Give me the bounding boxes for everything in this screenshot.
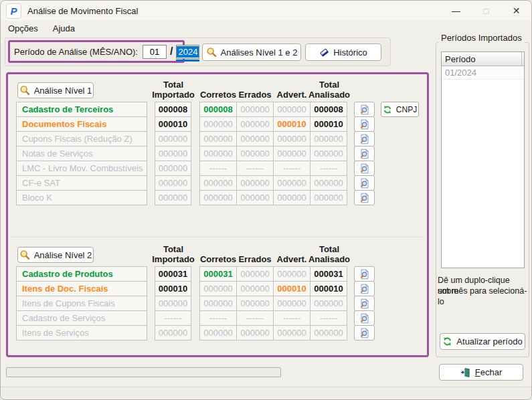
maximize-button: □ [471, 1, 501, 21]
document-magnifier-icon [359, 178, 370, 189]
cell-errados: 000000 [236, 325, 274, 340]
magnifier-icon [206, 47, 217, 58]
table-row: LMC - Livro Mov. Combustíveis 000000 ---… [8, 161, 427, 176]
magnifier-icon [19, 85, 30, 96]
document-magnifier-icon [359, 313, 370, 324]
cell-errados: ------ [236, 161, 274, 176]
cell-errados: 000000 [236, 131, 274, 146]
col-header-errados: Errados [238, 90, 271, 100]
period-highlight-box: Período de Análise (MÊS/ANO): / 2024 [8, 40, 185, 63]
table-row: Bloco K 000000 000000 000000 000000 0000… [8, 190, 427, 205]
row-label: Cadastro de Serviços [16, 310, 147, 326]
cell-corretos: 000000 [199, 296, 237, 311]
hint-text-line2: um mês para selecioná-lo [438, 286, 530, 307]
document-magnifier-icon [359, 104, 370, 115]
document-magnifier-icon [359, 269, 370, 280]
cell-advert: 000000 [273, 266, 311, 282]
row-label: CF-e SAT [16, 175, 147, 191]
period-label: Período de Análise (MÊS/ANO): [14, 47, 138, 57]
level1-header: Análise Nível 1 TotalImportado Corretos … [8, 78, 427, 102]
menu-opcoes[interactable]: Opções [8, 23, 38, 33]
app-window: P Análise de Movimento Fiscal — □ ✕ Opçõ… [0, 0, 532, 400]
window-title: Análise de Movimento Fiscal [27, 6, 138, 16]
cell-corretos: 000031 [199, 266, 237, 282]
cell-total-importado: 000010 [155, 281, 191, 296]
cell-corretos: ------ [199, 310, 237, 326]
refresh-icon [383, 105, 392, 114]
cell-errados: 000000 [236, 266, 274, 282]
analyses-level-1-2-button[interactable]: Análises Nível 1 e 2 [202, 43, 301, 61]
cell-errados: 000000 [236, 116, 274, 132]
period-panel: Período de Análise (MÊS/ANO): / 2024 Aná… [5, 37, 391, 66]
progress-bar [6, 367, 281, 377]
row-detail-button[interactable] [354, 325, 375, 340]
year-input[interactable]: 2024 [176, 45, 199, 59]
row-detail-button[interactable] [354, 190, 375, 205]
col-header-total-analisado: TotalAnalisado [308, 244, 350, 264]
row-label: Cupons Fiscais (Redução Z) [16, 131, 147, 146]
cell-advert: 000010 [273, 281, 311, 296]
row-label: Itens de Doc. Fiscais [16, 281, 147, 296]
exit-door-icon [460, 367, 471, 378]
row-label: Cadastro de Produtos [16, 266, 147, 282]
row-label: Notas de Serviços [16, 146, 147, 161]
row-detail-button[interactable] [354, 131, 375, 146]
cell-advert: ------ [273, 310, 311, 326]
analise-nivel2-button[interactable]: Análise Nível 2 [17, 247, 94, 263]
cell-corretos: 000000 [199, 116, 237, 132]
level1-section: Análise Nível 1 TotalImportado Corretos … [8, 78, 427, 205]
row-detail-button[interactable] [354, 296, 375, 311]
year-selected-text: 2024 [177, 46, 199, 58]
cell-corretos: ------ [199, 161, 237, 176]
cell-total-analisado: 000000 [310, 175, 347, 191]
cell-total-analisado: ------ [310, 310, 347, 326]
col-header-corretos: Corretos [200, 90, 236, 100]
bottom-strip [1, 387, 531, 399]
analise-nivel1-button[interactable]: Análise Nível 1 [17, 82, 94, 98]
cell-errados: 000000 [236, 190, 274, 205]
row-label: Itens de Cupons Fiscais [16, 296, 147, 311]
cell-advert: 000000 [273, 325, 311, 340]
row-detail-button[interactable] [354, 281, 375, 296]
magnifier-icon [19, 249, 30, 260]
book-icon [319, 47, 329, 58]
month-input[interactable] [143, 45, 167, 59]
cell-total-analisado: 000031 [310, 266, 347, 282]
row-detail-button[interactable] [354, 175, 375, 191]
col-header-errados: Errados [238, 254, 271, 264]
cell-advert: 000000 [273, 131, 311, 146]
row-detail-button[interactable] [354, 161, 375, 176]
level2-header: Análise Nível 2 TotalImportado Corretos … [8, 242, 427, 267]
row-detail-button[interactable] [354, 310, 375, 326]
refresh-period-button[interactable]: Atualizar período [440, 333, 525, 350]
row-detail-button[interactable] [354, 116, 375, 132]
row-label: Cadastro de Terceiros [16, 102, 147, 117]
history-button[interactable]: Histórico [305, 43, 381, 61]
table-row: Cadastro de Serviços ------ ------ -----… [8, 310, 427, 326]
close-button[interactable]: Fechar [439, 364, 523, 381]
cell-total-analisado: 000000 [310, 325, 347, 340]
menu-ajuda[interactable]: Ajuda [53, 23, 75, 33]
cell-advert: 000000 [273, 190, 311, 205]
cell-errados: 000000 [236, 281, 274, 296]
row-detail-button[interactable] [354, 266, 375, 282]
close-window-button[interactable]: ✕ [501, 1, 531, 21]
minimize-button[interactable]: — [441, 1, 471, 21]
period-list-item[interactable]: 01/2024 [442, 66, 524, 80]
cell-total-analisado: 000008 [310, 102, 347, 117]
cell-total-importado: 000000 [155, 161, 191, 176]
cnpj-button[interactable]: CNPJ [381, 102, 419, 117]
cell-total-analisado: 000000 [310, 146, 347, 161]
table-row: CF-e SAT 000000 000000 000000 000000 000… [8, 175, 427, 191]
cell-errados: 000000 [236, 146, 274, 161]
cell-errados: ------ [236, 310, 274, 326]
row-label: LMC - Livro Mov. Combustíveis [16, 161, 147, 176]
periods-group-title: Períodos Importados [438, 33, 525, 43]
cell-total-importado: 000000 [155, 175, 191, 191]
row-detail-button[interactable] [354, 146, 375, 161]
row-detail-button[interactable] [354, 102, 375, 117]
periods-list-header[interactable]: Período [442, 52, 524, 66]
period-separator: / [170, 45, 173, 58]
cell-advert: ------ [273, 161, 311, 176]
document-magnifier-icon [359, 284, 370, 294]
